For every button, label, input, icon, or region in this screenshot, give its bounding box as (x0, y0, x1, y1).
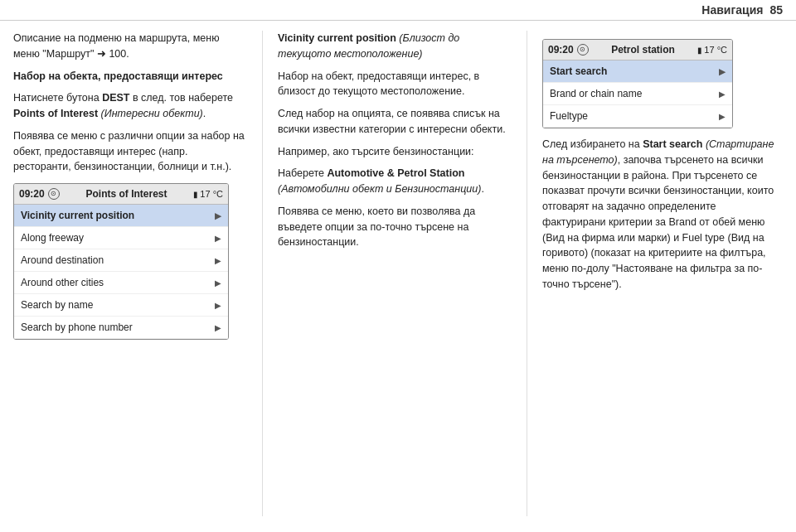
list-item-label: Start search (550, 64, 607, 79)
right-screen-header-left: 09:20 ⊙ (548, 42, 589, 57)
list-item-label: Along freeway (21, 230, 84, 245)
temp-icon: ▮ (697, 44, 702, 56)
col-middle: Vicinity current position (Близост до те… (262, 31, 527, 516)
right-para1: След избирането на Start search (Стартир… (542, 137, 776, 293)
left-para2-text: Натиснете бутона DEST в след. тов набере… (13, 90, 245, 122)
list-item-label: Fueltype (550, 109, 588, 123)
right-screen-header: 09:20 ⊙ Petrol station ▮ 17 °C (543, 40, 732, 60)
right-screen-list: Start search ▶ Brand or chain name ▶ Fue… (543, 60, 732, 128)
middle-para3-detail: Наберете Automotive & Petrol Station (Ав… (278, 166, 512, 197)
arrow-icon: ▶ (215, 254, 221, 267)
list-item-freeway[interactable]: Along freeway ▶ (14, 227, 228, 249)
right-screen-time: 09:20 (548, 42, 574, 57)
arrow-icon: ▶ (215, 210, 221, 222)
col-left: Описание на подменю на маршрута, меню ме… (13, 31, 262, 516)
list-item-destination[interactable]: Around destination ▶ (14, 249, 228, 272)
page-number: 85 (769, 3, 783, 17)
arrow-icon: ▶ (215, 299, 221, 312)
right-screen-title: Petrol station (589, 42, 698, 57)
left-screen-time: 09:20 (19, 186, 45, 201)
list-item-search-name[interactable]: Search by name ▶ (14, 294, 228, 317)
left-para3: Появява се меню с различни опции за набо… (13, 128, 245, 175)
left-screen-header: 09:20 ⊙ Points of Interest ▮ 17 °C (14, 184, 228, 205)
left-screen-mockup: 09:20 ⊙ Points of Interest ▮ 17 °C Vicin… (13, 183, 229, 340)
list-item-brand[interactable]: Brand or chain name ▶ (543, 83, 732, 105)
left-para1: Описание на подменю на маршрута, меню ме… (13, 31, 245, 62)
left-screen-temp: ▮ 17 °C (193, 187, 223, 201)
left-screen-header-left: 09:20 ⊙ (19, 186, 60, 201)
list-item-label: Search by name (21, 297, 93, 312)
arrow-icon: ▶ (215, 277, 221, 289)
arrow-icon: ▶ (719, 88, 726, 100)
page-header: Навигация 85 (0, 0, 796, 21)
middle-para1: Набор на обект, предоставящи интерес, в … (278, 69, 512, 100)
list-item-label: Search by phone number (21, 320, 133, 335)
left-screen-list: Vicinity current position ▶ Along freewa… (14, 205, 228, 339)
middle-para2: След набор на опцията, се появява списък… (278, 106, 512, 138)
left-screen-title: Points of Interest (60, 186, 194, 201)
list-item-label: Around other cities (21, 275, 104, 290)
list-item-search-phone[interactable]: Search by phone number ▶ (14, 317, 228, 339)
middle-heading: Vicinity current position (Близост до те… (278, 31, 512, 62)
clock-icon: ⊙ (577, 44, 589, 56)
list-item-label: Vicinity current position (21, 208, 134, 223)
page-title: Навигация (701, 3, 763, 17)
arrow-icon: ▶ (215, 232, 221, 244)
list-item-label: Brand or chain name (550, 86, 642, 101)
right-screen-mockup: 09:20 ⊙ Petrol station ▮ 17 °C Start sea… (542, 39, 733, 128)
clock-icon: ⊙ (48, 188, 60, 200)
list-item-start-search[interactable]: Start search ▶ (543, 60, 732, 83)
right-screen-temp: ▮ 17 °C (697, 43, 727, 57)
list-item-vicinity[interactable]: Vicinity current position ▶ (14, 205, 228, 227)
list-item-fueltype[interactable]: Fueltype ▶ (543, 105, 732, 128)
list-item-label: Around destination (21, 253, 104, 268)
middle-para3-intro: Например, ако търсите бензиностанции: (278, 144, 512, 160)
left-para2-label: Набор на обекта, предоставящи интерес (13, 69, 245, 85)
arrow-icon: ▶ (719, 65, 726, 78)
arrow-icon: ▶ (215, 322, 221, 334)
arrow-icon: ▶ (719, 110, 726, 123)
col-right: 09:20 ⊙ Petrol station ▮ 17 °C Start sea… (527, 31, 776, 516)
temp-icon: ▮ (193, 188, 198, 201)
main-content: Описание на подменю на маршрута, меню ме… (0, 21, 796, 526)
list-item-other-cities[interactable]: Around other cities ▶ (14, 272, 228, 294)
middle-para4: Появява се меню, което ви позволява да в… (278, 204, 512, 250)
